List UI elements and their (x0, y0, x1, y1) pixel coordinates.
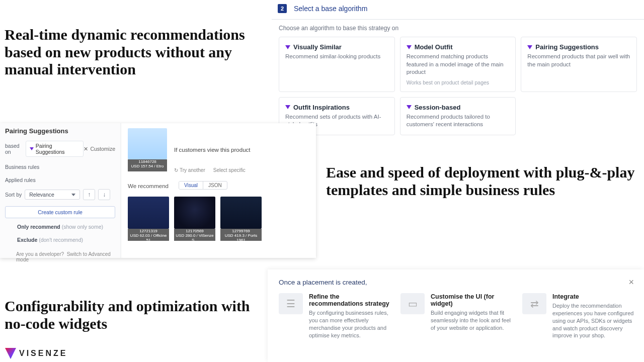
algorithm-subtitle: Choose an algorithm to base this strateg… (272, 20, 644, 37)
we-recommend-label: We recommend (128, 183, 169, 189)
recommendation-grid: 12721319USD 62.03 / Officine 51 12170569… (128, 197, 309, 241)
tab-json[interactable]: JSON (203, 182, 227, 189)
headline-configurability: Configurability and optimization with no… (5, 298, 266, 332)
headline-ease: Ease and speed of deployment with plug-&… (326, 164, 638, 199)
algo-desc: Recommend products tailored to customers… (407, 113, 510, 129)
applied-rules-label: Applied rules (5, 177, 115, 183)
rec-product[interactable]: 12721319USD 62.03 / Officine 51 (128, 197, 169, 241)
product-image (174, 197, 215, 229)
algo-desc: Recommend similar-looking products (285, 53, 388, 61)
product-image (128, 128, 167, 159)
sort-select[interactable]: Relevance (25, 190, 80, 200)
triangle-icon (285, 105, 290, 109)
config-left-column: Pairing Suggestions based on Pairing Sug… (0, 123, 121, 258)
brand-name: VISENZE (19, 349, 67, 358)
step-title: Select a base algorithm (294, 5, 367, 13)
rec-product[interactable]: 12799769USD 419.3 / Ports 1961 (220, 197, 262, 241)
rec-product[interactable]: 12170569USD 280.0 / ViSenze S... (174, 197, 215, 241)
exclude-row[interactable]: Exclude (don't recommend) (5, 234, 115, 244)
chevron-down-icon (71, 194, 75, 196)
algo-card-model-outfit[interactable]: Model Outfit Recommend matching products… (400, 37, 516, 92)
algorithm-panel: 2 Select a base algorithm Choose an algo… (272, 0, 644, 135)
based-on-label: based on (5, 143, 26, 155)
pairing-config-panel: Pairing Suggestions based on Pairing Sug… (0, 123, 316, 258)
algo-card-pairing-suggestions[interactable]: Pairing Suggestions Recommend products t… (521, 37, 637, 92)
placement-title: Once a placement is created, (279, 279, 634, 286)
product-image (220, 197, 262, 229)
customize-button[interactable]: ✕Customize (84, 146, 115, 152)
algo-desc: Recommend products that pair well with t… (527, 53, 630, 68)
triangle-icon (407, 45, 412, 49)
product-image (128, 197, 169, 229)
algo-desc: Recommend matching products featured in … (407, 53, 510, 76)
config-right-column: 11846728USD 157.54 / Etro If customers v… (121, 123, 316, 258)
config-title: Pairing Suggestions (5, 127, 115, 135)
sort-asc-button[interactable]: ↑ (83, 189, 95, 200)
view-title: If customers view this product (174, 147, 250, 153)
based-on-chip[interactable]: Pairing Suggestions (26, 141, 84, 157)
algo-card-visually-similar[interactable]: Visually Similar Recommend similar-looki… (279, 37, 395, 92)
triangle-icon (285, 45, 290, 49)
tab-visual[interactable]: Visual (179, 182, 203, 189)
info-col-integrate: ⇄ IntegrateDeploy the recommendation exp… (522, 293, 634, 339)
brand-logo: VISENZE (5, 348, 67, 359)
info-col-customise: ▭ Customise the UI (for widget)Build eng… (400, 293, 512, 339)
triangle-icon (30, 147, 34, 150)
sort-by-label: Sort by (5, 192, 22, 198)
integrate-icon: ⇄ (522, 293, 546, 314)
triangle-icon (527, 45, 532, 49)
triangle-icon (407, 105, 412, 109)
headline-realtime: Real-time dynamic recommendations based … (5, 26, 271, 78)
algo-card-session-based[interactable]: Session-based Recommend products tailore… (400, 97, 516, 135)
sort-desc-button[interactable]: ↓ (98, 189, 110, 200)
close-icon[interactable]: × (628, 278, 634, 287)
sliders-icon: ☰ (279, 293, 303, 314)
algo-note: Works best on product detail pages (407, 79, 510, 85)
algorithm-grid: Visually Similar Recommend similar-looki… (272, 37, 644, 135)
step-number-badge: 2 (278, 4, 287, 13)
info-col-refine: ☰ Refine the recommendations strategyBy … (279, 293, 390, 339)
business-rules-label: Business rules (5, 164, 115, 170)
select-specific-button[interactable]: Select specific (213, 167, 246, 173)
logo-mark-icon (5, 348, 16, 359)
main-product[interactable]: 11846728USD 157.54 / Etro (128, 128, 167, 171)
only-recommend-row[interactable]: Only recommend (show only some) (5, 221, 115, 231)
create-custom-rule-button[interactable]: Create custom rule (5, 206, 115, 218)
try-another-button[interactable]: Try another (174, 167, 205, 173)
widget-icon: ▭ (400, 293, 425, 314)
step-header: 2 Select a base algorithm (272, 0, 644, 20)
developer-row: Are you a developer? Switch to Advanced … (5, 247, 115, 262)
placement-info-panel: × Once a placement is created, ☰ Refine … (268, 269, 644, 362)
